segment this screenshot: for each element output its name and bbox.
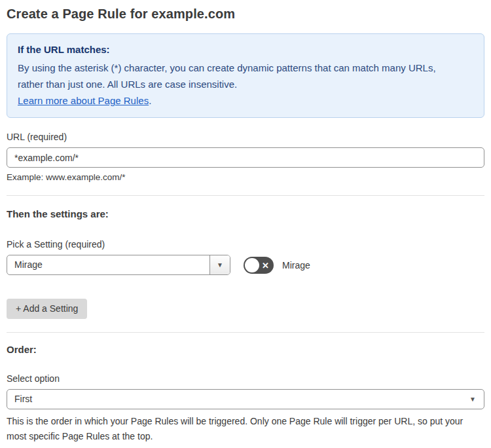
order-select[interactable]: First ▼: [7, 389, 484, 409]
info-box-link-line: Learn more about Page Rules.: [18, 92, 473, 109]
order-select-label: Select option: [7, 373, 484, 384]
url-field-label: URL (required): [7, 132, 484, 142]
settings-section-heading: Then the settings are:: [7, 208, 484, 219]
link-suffix: .: [149, 95, 151, 106]
url-field-helper: Example: www.example.com/*: [7, 172, 484, 182]
url-field-group: URL (required) Example: www.example.com/…: [7, 132, 484, 182]
info-box-body: By using the asterisk (*) character, you…: [18, 60, 450, 92]
divider: [7, 195, 484, 196]
pick-setting-label: Pick a Setting (required): [7, 239, 484, 250]
order-select-value: First: [7, 390, 484, 409]
setting-select[interactable]: Mirage ▼: [7, 255, 230, 275]
url-match-info-box: If the URL matches: By using the asteris…: [7, 33, 484, 118]
add-setting-button[interactable]: + Add a Setting: [7, 299, 87, 319]
toggle-knob: [245, 258, 259, 272]
mirage-toggle[interactable]: ✕: [244, 257, 274, 274]
toggle-label: Mirage: [282, 260, 310, 271]
setting-select-arrow-button[interactable]: ▼: [209, 255, 230, 274]
create-page-rule-form: Create a Page Rule for example.com If th…: [0, 0, 491, 448]
divider: [7, 332, 484, 333]
chevron-down-icon: ▼: [217, 262, 223, 269]
url-input[interactable]: [7, 147, 484, 168]
learn-more-link[interactable]: Learn more about Page Rules: [18, 95, 149, 106]
chevron-down-icon: ▼: [469, 396, 476, 403]
info-box-heading: If the URL matches:: [18, 41, 473, 58]
toggle-off-x-icon: ✕: [262, 261, 269, 269]
setting-select-value: Mirage: [7, 255, 209, 274]
setting-row: Mirage ▼ ✕ Mirage: [7, 255, 484, 275]
page-title: Create a Page Rule for example.com: [7, 7, 484, 22]
order-section-heading: Order:: [7, 344, 484, 355]
order-helper-text: This is the order in which your Page Rul…: [7, 414, 478, 444]
